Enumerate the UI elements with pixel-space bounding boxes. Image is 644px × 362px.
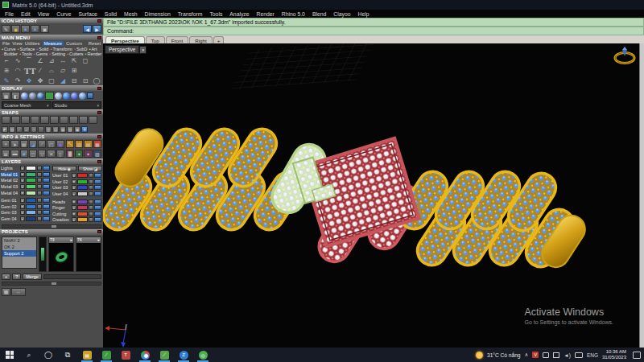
layer-lock-icon[interactable] [37,216,42,221]
layer-visibility-toggle[interactable] [94,205,101,210]
filter-icon[interactable]: ▽ [38,150,46,158]
display-mode-icon[interactable]: ◧ [11,92,20,100]
cat-builder[interactable]: •Builder [2,51,18,56]
mm-reset[interactable]: Reset [89,41,101,46]
pointer-icon[interactable]: ➤ [10,140,19,148]
tab-front[interactable]: Front [166,36,188,43]
cat-setting[interactable]: •Setting [49,51,65,56]
layer-visibility-toggle[interactable] [94,200,101,204]
cat-render[interactable]: •Render [85,51,101,56]
layer-visibility-toggle[interactable] [43,184,50,189]
projects-scrollbar[interactable] [2,282,101,286]
layer-lock-icon[interactable] [37,178,42,183]
layer-visibility-toggle[interactable] [94,217,101,222]
layer-row[interactable]: Gem 01▸ [1,198,51,204]
layer-row[interactable]: Finger▸ [52,205,102,211]
layer-visibility-toggle[interactable] [43,204,50,209]
menu-tools[interactable]: Tools [209,11,222,17]
snap-button[interactable]: ▣ [74,126,80,133]
layer-lock-icon[interactable] [89,205,93,210]
layer-lock-icon[interactable] [89,212,93,216]
layer-row[interactable]: Metal 04▸ [1,190,51,195]
layer-row[interactable]: Heads▸ [52,199,102,204]
taskbar-app-zalo[interactable]: Z [174,348,193,362]
layer-row[interactable]: Metal 03▸ [1,184,51,190]
tool-icon[interactable]: ⊞ [69,67,79,74]
tool-icon[interactable]: ↷ [13,77,23,84]
layer-row[interactable]: User 04▸ [52,191,102,197]
layer-color-swatch[interactable] [26,198,36,203]
volume-icon[interactable]: ◄) [564,352,571,358]
right-edge-panel-strip[interactable] [639,43,644,348]
taskbar-app-rhino[interactable]: ∕ [97,348,116,362]
tray-v-app-icon[interactable]: V [532,352,539,358]
taskbar-chrome-icon[interactable] [135,348,155,362]
thumb-next-icon[interactable]: ▸ [70,237,72,242]
green-display-icon[interactable] [45,92,54,100]
projects-hscrollbar[interactable] [43,274,101,279]
layer-visibility-toggle[interactable] [43,178,50,183]
layer-expand-icon[interactable]: ▸ [20,204,25,209]
layer-color-swatch[interactable] [77,179,88,184]
layer-row[interactable]: User 02▸ [52,179,102,185]
snap-button[interactable] [89,116,97,124]
box-icon[interactable]: ◫ [29,150,37,158]
layer-color-swatch[interactable] [77,205,88,210]
menu-curve[interactable]: Curve [56,11,71,17]
layer-expand-icon[interactable]: ▸ [20,216,25,221]
layer-visibility-toggle[interactable] [43,191,50,195]
menu-help[interactable]: Help [357,11,369,17]
layer-row[interactable]: User 01▸ [52,173,102,179]
snap-button[interactable] [79,116,88,124]
material-icon[interactable]: ▨ [93,150,101,158]
gear-icon[interactable]: ✱ [20,150,28,158]
layer-expand-icon[interactable]: ▸ [20,178,25,183]
tool-icon[interactable]: ⊟ [69,77,79,84]
project-thumbnail-strip[interactable] [39,237,47,272]
weather-text[interactable]: 31°C Có nắng [487,352,521,358]
layer-row[interactable]: Metal 02▸ [1,178,51,183]
snap-button[interactable] [60,116,68,124]
layer-visibility-toggle[interactable] [94,179,101,184]
tool-icon[interactable]: ◢ [58,77,68,84]
layer-row[interactable]: User 03▸ [52,185,102,191]
environment-dropdown[interactable]: Studio▾ [52,101,102,109]
layer-visibility-toggle[interactable] [43,172,50,177]
brush-icon[interactable]: ∕ [38,140,46,148]
layer-color-swatch[interactable] [77,191,88,196]
menu-clayoo[interactable]: Clayoo [333,11,350,17]
magnet-icon[interactable]: ✕ [47,150,55,158]
project-item[interactable]: NHAY 2 [2,237,36,244]
taskbar-app-green[interactable]: ⟋ [155,348,174,362]
shaded-sphere-icon[interactable] [21,93,28,100]
mm-custom[interactable]: Custom [66,41,82,46]
layers-scrollbar[interactable] [2,224,101,228]
cat-gems[interactable]: •Gems [34,51,48,56]
section-layers[interactable]: LAYERS [0,158,103,164]
cortana-icon[interactable]: ◯ [39,348,58,362]
layer-row[interactable]: Lights▸ [1,166,51,171]
layer-lock-icon[interactable] [89,200,93,204]
tab-add[interactable]: + [213,36,225,43]
layer-lock-icon[interactable] [89,191,93,196]
section-projects[interactable]: PROJECTS [0,229,103,235]
select-tool-icon[interactable]: ⌖ [2,140,10,148]
fit-view-icon[interactable]: ↔ [11,288,26,296]
sphere-icon[interactable] [71,93,78,100]
tool-icon[interactable]: ∠ [35,57,45,64]
display-scroll-icon[interactable] [87,93,93,99]
layer-lock-icon[interactable] [89,217,93,222]
language-indicator[interactable]: ENG [587,352,598,358]
tool-icon[interactable]: ✥ [35,77,45,84]
tool-icon[interactable]: ⊡ [80,77,90,84]
text-tool-icon[interactable]: TT [24,66,34,76]
tool-icon[interactable]: ❖ [24,77,34,84]
snap-button[interactable]: ▥ [45,126,52,133]
project-thumbnail-73[interactable]: 73▸ [48,237,74,272]
taskbar-app-yellow[interactable]: ▤ [77,348,97,362]
hide-button[interactable]: Hide ◉ [52,166,76,171]
layer-expand-icon[interactable]: ▸ [20,210,25,215]
section-icon-history[interactable]: ICON HISTORY [0,18,103,23]
close-icon[interactable] [97,111,101,114]
layer-expand-icon[interactable]: ▸ [72,212,76,216]
